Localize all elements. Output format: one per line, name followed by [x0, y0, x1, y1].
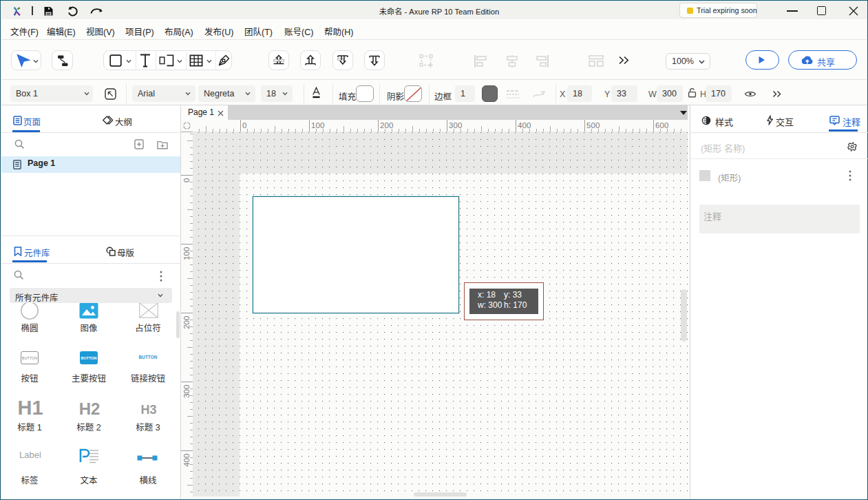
svg-text:0: 0 — [182, 178, 191, 183]
svg-text:300: 300 — [182, 385, 191, 398]
svg-text:0: 0 — [242, 121, 246, 129]
svg-text:500: 500 — [586, 121, 600, 129]
svg-text:100: 100 — [311, 121, 324, 129]
svg-text:200: 200 — [380, 121, 393, 129]
svg-text:400: 400 — [182, 454, 191, 467]
svg-text:600: 600 — [655, 121, 668, 129]
svg-text:200: 200 — [182, 316, 191, 329]
svg-text:100: 100 — [182, 247, 191, 260]
svg-text:300: 300 — [449, 121, 462, 129]
svg-text:400: 400 — [518, 121, 531, 129]
